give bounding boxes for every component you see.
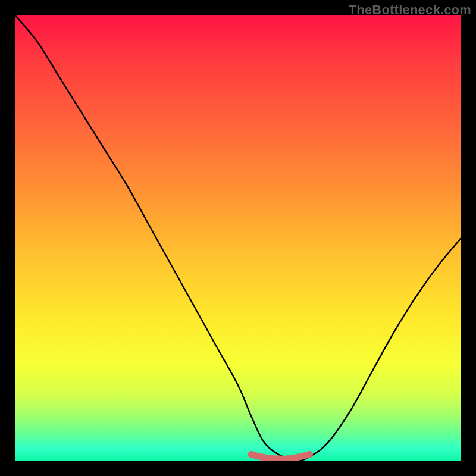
- watermark-text: TheBottleneck.com: [349, 2, 471, 18]
- plot-area: [15, 15, 461, 461]
- chart-frame: TheBottleneck.com: [0, 0, 476, 476]
- gradient-background: [15, 15, 461, 461]
- optimal-region-end-right: [306, 451, 313, 458]
- bottleneck-chart: [15, 15, 461, 461]
- optimal-region-end-left: [248, 451, 255, 458]
